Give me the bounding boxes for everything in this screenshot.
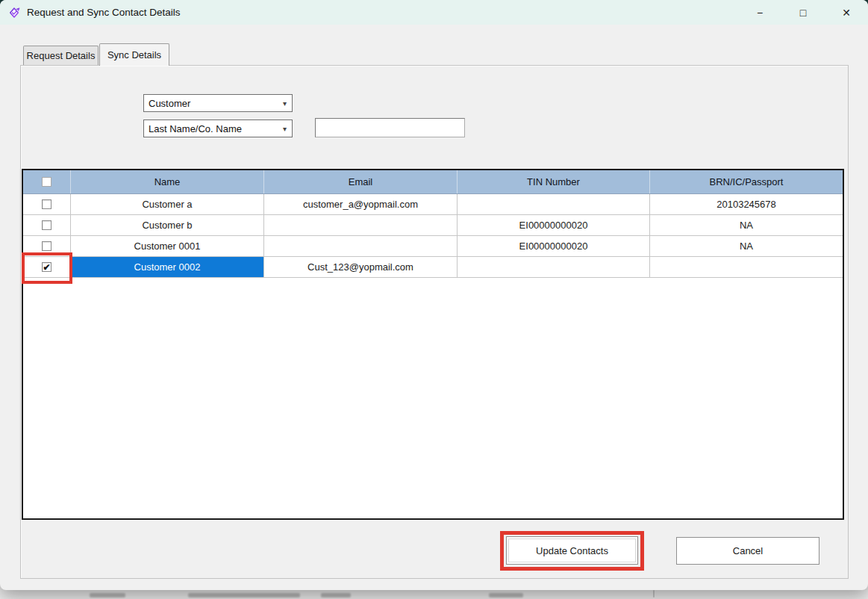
card-type-dropdown[interactable]: Customer ▾	[143, 94, 293, 112]
table-row: ✔Customer 0002Cust_123@yopmail.com	[23, 257, 843, 278]
table-row: Customer bEI00000000020NA	[23, 215, 843, 236]
cell-brn[interactable]: NA	[650, 215, 843, 235]
cell-email[interactable]	[264, 236, 458, 256]
cell-brn[interactable]	[650, 257, 843, 277]
cancel-button[interactable]: Cancel	[676, 537, 819, 565]
titlebar: Request and Sync Contact Details − □ ✕	[0, 0, 868, 25]
cell-tin[interactable]: EI00000000020	[458, 236, 650, 256]
cell-brn[interactable]: 20103245678	[650, 194, 843, 214]
cell-email[interactable]	[264, 215, 458, 235]
cell-name[interactable]: Customer b	[71, 215, 264, 235]
row-checkbox[interactable]	[42, 199, 51, 209]
column-header-name[interactable]: Name	[71, 170, 264, 193]
close-icon[interactable]: ✕	[825, 0, 868, 25]
cell-name[interactable]: Customer 0001	[71, 236, 264, 256]
chevron-down-icon: ▾	[283, 125, 287, 133]
background-smudge	[489, 593, 523, 598]
cell-tin[interactable]	[458, 257, 650, 277]
chevron-down-icon: ▾	[283, 99, 287, 108]
row-select-cell[interactable]	[23, 194, 71, 214]
cell-brn[interactable]: NA	[650, 236, 843, 256]
tab-request-details[interactable]: Request Details	[23, 46, 99, 65]
background-divider	[653, 590, 655, 598]
dialog-window: Request and Sync Contact Details − □ ✕ R…	[0, 0, 868, 590]
row-select-cell[interactable]	[23, 236, 71, 256]
row-checkbox[interactable]	[42, 220, 51, 230]
row-checkbox[interactable]	[42, 241, 51, 251]
cell-name[interactable]: Customer 0002	[71, 257, 264, 277]
cell-email[interactable]: customer_a@yopmail.com	[264, 194, 458, 214]
cell-email[interactable]: Cust_123@yopmail.com	[264, 257, 458, 277]
select-all-checkbox[interactable]	[42, 177, 51, 187]
row-checkbox[interactable]: ✔	[42, 262, 51, 272]
cell-tin[interactable]	[458, 194, 650, 214]
search-input[interactable]	[315, 118, 465, 137]
table-header-row: Name Email TIN Number BRN/IC/Passport	[23, 170, 843, 194]
card-type-value: Customer	[149, 98, 190, 109]
column-header-brn[interactable]: BRN/IC/Passport	[650, 170, 843, 193]
background-smudge	[188, 593, 300, 598]
background-app-remnant	[0, 590, 868, 599]
window-title: Request and Sync Contact Details	[27, 7, 181, 18]
minimize-icon[interactable]: −	[738, 0, 781, 25]
cell-tin[interactable]: EI00000000020	[458, 215, 650, 235]
table-body: Customer acustomer_a@yopmail.com20103245…	[23, 194, 843, 278]
contacts-table: Name Email TIN Number BRN/IC/Passport Cu…	[22, 169, 844, 520]
maximize-icon[interactable]: □	[781, 0, 825, 25]
cell-name[interactable]: Customer a	[71, 194, 264, 214]
app-icon	[7, 6, 21, 19]
select-all-cell[interactable]	[23, 170, 71, 193]
column-header-tin[interactable]: TIN Number	[458, 170, 650, 193]
background-smudge	[321, 593, 351, 598]
search-by-dropdown[interactable]: Last Name/Co. Name ▾	[143, 120, 293, 137]
row-select-cell[interactable]: ✔	[23, 257, 71, 277]
table-row: Customer 0001EI00000000020NA	[23, 236, 843, 257]
search-by-value: Last Name/Co. Name	[149, 123, 242, 134]
column-header-email[interactable]: Email	[264, 170, 458, 193]
tab-sync-details[interactable]: Sync Details	[99, 43, 169, 66]
table-row: Customer acustomer_a@yopmail.com20103245…	[23, 194, 843, 215]
background-smudge	[90, 593, 125, 598]
update-contacts-button[interactable]: Update Contacts	[506, 536, 638, 565]
row-select-cell[interactable]	[23, 215, 71, 235]
window-controls: − □ ✕	[738, 0, 868, 25]
